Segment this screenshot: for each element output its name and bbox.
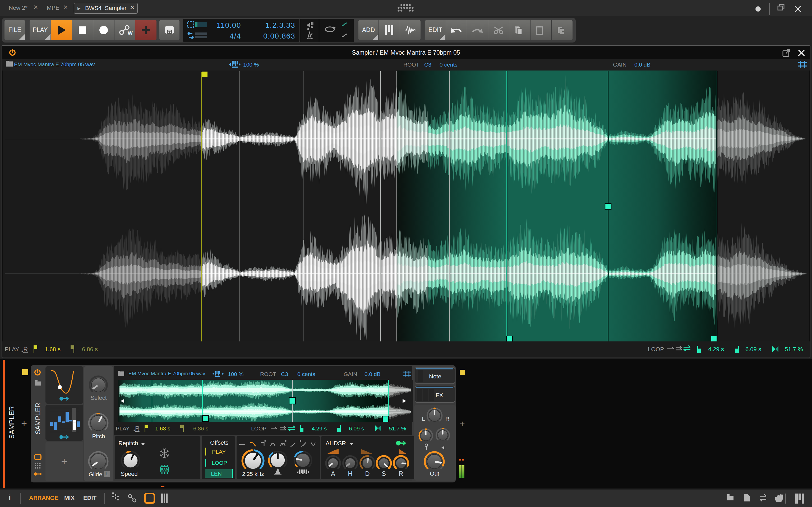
svg-text:W: W [128, 30, 133, 36]
svg-text:R: R [135, 425, 140, 432]
svg-text:RAM: RAM [161, 467, 169, 471]
svg-text:R: R [23, 346, 28, 353]
